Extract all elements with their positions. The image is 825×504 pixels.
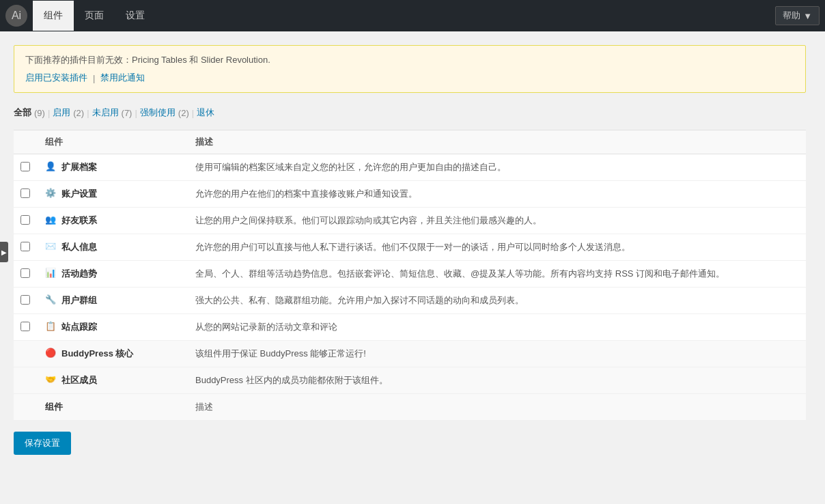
component-checkbox-user-groups[interactable]: [20, 295, 30, 305]
notice-message: 下面推荐的插件目前无效：Pricing Tables 和 Slider Revo…: [25, 54, 794, 66]
component-name-community-members: 🤝社区成员: [38, 367, 188, 394]
component-desc-extended-profiles: 使用可编辑的档案区域来自定义您的社区，允许您的用户更加自由的描述自己。: [188, 154, 806, 181]
nav-tabs: 组件 页面 设置: [33, 1, 156, 31]
component-checkbox-account-settings[interactable]: [20, 188, 30, 198]
filter-active-count: (2): [73, 108, 84, 118]
component-name-friend-connections: 👥好友联系: [38, 208, 188, 234]
filter-active[interactable]: 启用: [53, 107, 70, 119]
component-name-text-private-messaging: 私人信息: [61, 241, 97, 253]
filter-bar: 全部 (9) | 启用 (2) | 未启用 (7) | 强制使用 (2) | 退…: [14, 107, 806, 119]
member-icon: 🤝: [45, 374, 57, 387]
component-name-activity-streams: 📊活动趋势: [38, 261, 188, 288]
component-desc-community-members: BuddyPress 社区内的成员功能都依附于该组件。: [188, 367, 806, 394]
filter-inactive[interactable]: 未启用: [92, 107, 119, 119]
table-row: 🔴BuddyPress 核心该组件用于保证 BuddyPress 能够正常运行!: [14, 341, 806, 367]
component-name-site-tracking: 📋站点跟踪: [38, 314, 188, 341]
notice-links: 启用已安装插件 | 禁用此通知: [25, 72, 794, 84]
group-icon: 🔧: [45, 294, 57, 307]
table-row: 👤扩展档案使用可编辑的档案区域来自定义您的社区，允许您的用户更加自由的描述自己。: [14, 154, 806, 181]
component-checkbox-friend-connections[interactable]: [20, 215, 30, 225]
component-name-text-buddypress-core: BuddyPress 核心: [61, 348, 133, 360]
component-name-account-settings: ⚙️账户设置: [38, 181, 188, 208]
tab-pages[interactable]: 页面: [74, 1, 115, 31]
help-button[interactable]: 帮助 ▼: [775, 6, 820, 25]
footer-col-component: 组件: [38, 394, 188, 421]
save-settings-button[interactable]: 保存设置: [14, 432, 71, 455]
avatar[interactable]: Ai: [5, 5, 27, 27]
table-row: 👥好友联系让您的用户之间保持联系。他们可以跟踪动向或其它内容，并且关注他们最感兴…: [14, 208, 806, 234]
message-icon: ✉️: [45, 241, 57, 253]
main-content: 下面推荐的插件目前无效：Pricing Tables 和 Slider Revo…: [0, 31, 820, 468]
activate-plugins-link[interactable]: 启用已安装插件: [25, 72, 87, 84]
page-footer: 感谢使用 WordPress 进行创作 3.5.2 版本: [0, 496, 825, 504]
table-row: ⚙️账户设置允许您的用户在他们的档案中直接修改账户和通知设置。: [14, 181, 806, 208]
bp-icon: 🔴: [45, 348, 57, 360]
component-checkbox-activity-streams[interactable]: [20, 268, 30, 278]
footer-col-description: 描述: [188, 394, 806, 421]
user-icon: 👤: [45, 161, 57, 173]
notice-box: 下面推荐的插件目前无效：Pricing Tables 和 Slider Revo…: [14, 45, 806, 93]
component-name-text-friend-connections: 好友联系: [61, 214, 97, 227]
table-row: 🤝社区成员BuddyPress 社区内的成员功能都依附于该组件。: [14, 367, 806, 394]
dismiss-notice-link[interactable]: 禁用此通知: [100, 72, 145, 84]
component-name-text-user-groups: 用户群组: [61, 294, 97, 307]
table-row: 📊活动趋势全局、个人、群组等活动趋势信息。包括嵌套评论、简短信息、收藏、@提及某…: [14, 261, 806, 288]
component-name-text-site-tracking: 站点跟踪: [61, 321, 97, 333]
filter-inactive-count: (7): [122, 108, 132, 118]
component-name-text-account-settings: 账户设置: [61, 188, 97, 200]
table-row: 🔧用户群组强大的公共、私有、隐藏群组功能。允许用户加入探讨不同话题的动向和成员列…: [14, 288, 806, 314]
track-icon: 📋: [45, 321, 57, 333]
component-desc-buddypress-core: 该组件用于保证 BuddyPress 能够正常运行!: [188, 341, 806, 367]
component-desc-site-tracking: 从您的网站记录新的活动文章和评论: [188, 314, 806, 341]
col-checkbox-header: [14, 130, 38, 154]
tab-settings[interactable]: 设置: [115, 1, 156, 31]
activity-icon: 📊: [45, 268, 57, 280]
component-desc-user-groups: 强大的公共、私有、隐藏群组功能。允许用户加入探讨不同话题的动向和成员列表。: [188, 288, 806, 314]
component-name-text-activity-streams: 活动趋势: [61, 268, 97, 280]
chevron-down-icon: ▼: [803, 11, 812, 21]
sidebar-toggle[interactable]: ▶: [0, 242, 8, 262]
component-name-extended-profiles: 👤扩展档案: [38, 154, 188, 181]
notice-separator: |: [93, 73, 95, 83]
component-desc-friend-connections: 让您的用户之间保持联系。他们可以跟踪动向或其它内容，并且关注他们最感兴趣的人。: [188, 208, 806, 234]
filter-all-count: (9): [34, 108, 45, 118]
top-nav: Ai 组件 页面 设置 帮助 ▼: [0, 0, 825, 31]
table-footer-row: 组件描述: [14, 394, 806, 421]
component-name-text-extended-profiles: 扩展档案: [61, 161, 97, 173]
component-name-buddypress-core: 🔴BuddyPress 核心: [38, 341, 188, 367]
tab-components[interactable]: 组件: [33, 1, 74, 31]
table-row: 📋站点跟踪从您的网站记录新的活动文章和评论: [14, 314, 806, 341]
filter-required-count: (2): [178, 108, 189, 118]
friends-icon: 👥: [45, 214, 57, 227]
component-name-user-groups: 🔧用户群组: [38, 288, 188, 314]
component-desc-activity-streams: 全局、个人、群组等活动趋势信息。包括嵌套评论、简短信息、收藏、@提及某人等功能。…: [188, 261, 806, 288]
col-component-header: 组件: [38, 130, 188, 154]
component-checkbox-site-tracking[interactable]: [20, 322, 30, 331]
avatar-icon: Ai: [12, 10, 21, 22]
settings-icon: ⚙️: [45, 188, 57, 200]
table-row: ✉️私人信息允许您的用户们可以直接与他人私下进行谈话。他们不仅限于一对一的谈话，…: [14, 234, 806, 261]
filter-required[interactable]: 强制使用: [140, 107, 176, 119]
component-desc-private-messaging: 允许您的用户们可以直接与他人私下进行谈话。他们不仅限于一对一的谈话，用户可以同时…: [188, 234, 806, 261]
component-checkbox-extended-profiles[interactable]: [20, 162, 30, 171]
component-checkbox-private-messaging[interactable]: [20, 242, 30, 251]
col-description-header: 描述: [188, 130, 806, 154]
component-name-text-community-members: 社区成员: [61, 374, 97, 387]
filter-retired[interactable]: 退休: [197, 107, 214, 119]
component-name-private-messaging: ✉️私人信息: [38, 234, 188, 261]
component-table: 组件 描述 👤扩展档案使用可编辑的档案区域来自定义您的社区，允许您的用户更加自由…: [14, 130, 806, 421]
filter-all[interactable]: 全部: [14, 107, 31, 119]
component-desc-account-settings: 允许您的用户在他们的档案中直接修改账户和通知设置。: [188, 181, 806, 208]
